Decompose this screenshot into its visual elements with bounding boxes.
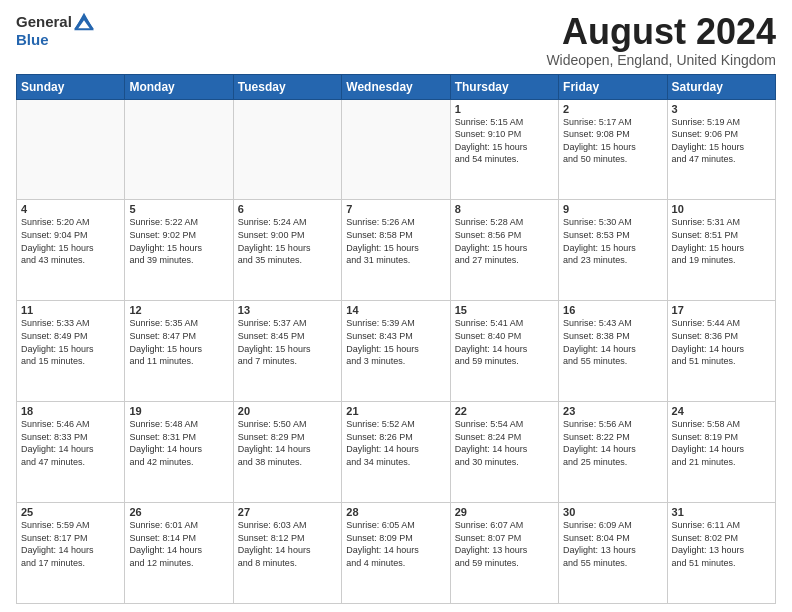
day-info: Sunrise: 5:19 AM Sunset: 9:06 PM Dayligh…	[672, 116, 771, 166]
table-row: 24Sunrise: 5:58 AM Sunset: 8:19 PM Dayli…	[667, 402, 775, 503]
day-number: 23	[563, 405, 662, 417]
day-number: 6	[238, 203, 337, 215]
logo-icon	[74, 12, 94, 32]
day-number: 22	[455, 405, 554, 417]
table-row: 14Sunrise: 5:39 AM Sunset: 8:43 PM Dayli…	[342, 301, 450, 402]
table-row: 26Sunrise: 6:01 AM Sunset: 8:14 PM Dayli…	[125, 503, 233, 604]
day-info: Sunrise: 5:56 AM Sunset: 8:22 PM Dayligh…	[563, 418, 662, 468]
day-info: Sunrise: 5:58 AM Sunset: 8:19 PM Dayligh…	[672, 418, 771, 468]
table-row: 8Sunrise: 5:28 AM Sunset: 8:56 PM Daylig…	[450, 200, 558, 301]
table-row: 16Sunrise: 5:43 AM Sunset: 8:38 PM Dayli…	[559, 301, 667, 402]
day-number: 14	[346, 304, 445, 316]
table-row: 6Sunrise: 5:24 AM Sunset: 9:00 PM Daylig…	[233, 200, 341, 301]
day-info: Sunrise: 5:33 AM Sunset: 8:49 PM Dayligh…	[21, 317, 120, 367]
day-info: Sunrise: 5:20 AM Sunset: 9:04 PM Dayligh…	[21, 216, 120, 266]
table-row: 5Sunrise: 5:22 AM Sunset: 9:02 PM Daylig…	[125, 200, 233, 301]
calendar-week-row: 1Sunrise: 5:15 AM Sunset: 9:10 PM Daylig…	[17, 99, 776, 200]
day-info: Sunrise: 5:24 AM Sunset: 9:00 PM Dayligh…	[238, 216, 337, 266]
calendar-table: Sunday Monday Tuesday Wednesday Thursday…	[16, 74, 776, 604]
table-row: 22Sunrise: 5:54 AM Sunset: 8:24 PM Dayli…	[450, 402, 558, 503]
day-number: 8	[455, 203, 554, 215]
col-tuesday: Tuesday	[233, 74, 341, 99]
day-info: Sunrise: 5:52 AM Sunset: 8:26 PM Dayligh…	[346, 418, 445, 468]
day-info: Sunrise: 5:30 AM Sunset: 8:53 PM Dayligh…	[563, 216, 662, 266]
table-row: 15Sunrise: 5:41 AM Sunset: 8:40 PM Dayli…	[450, 301, 558, 402]
day-info: Sunrise: 5:26 AM Sunset: 8:58 PM Dayligh…	[346, 216, 445, 266]
table-row: 2Sunrise: 5:17 AM Sunset: 9:08 PM Daylig…	[559, 99, 667, 200]
day-info: Sunrise: 5:37 AM Sunset: 8:45 PM Dayligh…	[238, 317, 337, 367]
day-number: 21	[346, 405, 445, 417]
day-number: 30	[563, 506, 662, 518]
day-number: 31	[672, 506, 771, 518]
table-row: 19Sunrise: 5:48 AM Sunset: 8:31 PM Dayli…	[125, 402, 233, 503]
table-row: 13Sunrise: 5:37 AM Sunset: 8:45 PM Dayli…	[233, 301, 341, 402]
table-row: 17Sunrise: 5:44 AM Sunset: 8:36 PM Dayli…	[667, 301, 775, 402]
col-friday: Friday	[559, 74, 667, 99]
day-info: Sunrise: 6:01 AM Sunset: 8:14 PM Dayligh…	[129, 519, 228, 569]
calendar-week-row: 18Sunrise: 5:46 AM Sunset: 8:33 PM Dayli…	[17, 402, 776, 503]
table-row	[233, 99, 341, 200]
table-row: 28Sunrise: 6:05 AM Sunset: 8:09 PM Dayli…	[342, 503, 450, 604]
table-row	[125, 99, 233, 200]
day-info: Sunrise: 6:11 AM Sunset: 8:02 PM Dayligh…	[672, 519, 771, 569]
col-wednesday: Wednesday	[342, 74, 450, 99]
table-row: 21Sunrise: 5:52 AM Sunset: 8:26 PM Dayli…	[342, 402, 450, 503]
day-number: 5	[129, 203, 228, 215]
day-info: Sunrise: 5:35 AM Sunset: 8:47 PM Dayligh…	[129, 317, 228, 367]
day-number: 26	[129, 506, 228, 518]
location-subtitle: Wideopen, England, United Kingdom	[546, 52, 776, 68]
calendar-header-row: Sunday Monday Tuesday Wednesday Thursday…	[17, 74, 776, 99]
day-number: 15	[455, 304, 554, 316]
calendar-week-row: 4Sunrise: 5:20 AM Sunset: 9:04 PM Daylig…	[17, 200, 776, 301]
col-thursday: Thursday	[450, 74, 558, 99]
logo-blue-text: Blue	[16, 32, 94, 49]
day-number: 3	[672, 103, 771, 115]
day-number: 12	[129, 304, 228, 316]
table-row: 31Sunrise: 6:11 AM Sunset: 8:02 PM Dayli…	[667, 503, 775, 604]
table-row: 18Sunrise: 5:46 AM Sunset: 8:33 PM Dayli…	[17, 402, 125, 503]
day-number: 4	[21, 203, 120, 215]
table-row: 11Sunrise: 5:33 AM Sunset: 8:49 PM Dayli…	[17, 301, 125, 402]
day-info: Sunrise: 6:05 AM Sunset: 8:09 PM Dayligh…	[346, 519, 445, 569]
day-number: 11	[21, 304, 120, 316]
day-info: Sunrise: 5:50 AM Sunset: 8:29 PM Dayligh…	[238, 418, 337, 468]
day-info: Sunrise: 6:03 AM Sunset: 8:12 PM Dayligh…	[238, 519, 337, 569]
table-row: 4Sunrise: 5:20 AM Sunset: 9:04 PM Daylig…	[17, 200, 125, 301]
table-row: 12Sunrise: 5:35 AM Sunset: 8:47 PM Dayli…	[125, 301, 233, 402]
day-info: Sunrise: 5:39 AM Sunset: 8:43 PM Dayligh…	[346, 317, 445, 367]
day-number: 25	[21, 506, 120, 518]
table-row: 27Sunrise: 6:03 AM Sunset: 8:12 PM Dayli…	[233, 503, 341, 604]
day-info: Sunrise: 5:46 AM Sunset: 8:33 PM Dayligh…	[21, 418, 120, 468]
day-number: 1	[455, 103, 554, 115]
day-number: 10	[672, 203, 771, 215]
logo: General Blue	[16, 12, 94, 49]
table-row: 30Sunrise: 6:09 AM Sunset: 8:04 PM Dayli…	[559, 503, 667, 604]
day-info: Sunrise: 5:44 AM Sunset: 8:36 PM Dayligh…	[672, 317, 771, 367]
day-number: 20	[238, 405, 337, 417]
col-saturday: Saturday	[667, 74, 775, 99]
day-info: Sunrise: 6:09 AM Sunset: 8:04 PM Dayligh…	[563, 519, 662, 569]
day-number: 24	[672, 405, 771, 417]
table-row: 3Sunrise: 5:19 AM Sunset: 9:06 PM Daylig…	[667, 99, 775, 200]
calendar-week-row: 11Sunrise: 5:33 AM Sunset: 8:49 PM Dayli…	[17, 301, 776, 402]
day-number: 27	[238, 506, 337, 518]
month-year-title: August 2024	[546, 12, 776, 52]
table-row: 1Sunrise: 5:15 AM Sunset: 9:10 PM Daylig…	[450, 99, 558, 200]
day-number: 19	[129, 405, 228, 417]
calendar-week-row: 25Sunrise: 5:59 AM Sunset: 8:17 PM Dayli…	[17, 503, 776, 604]
day-info: Sunrise: 5:54 AM Sunset: 8:24 PM Dayligh…	[455, 418, 554, 468]
day-number: 7	[346, 203, 445, 215]
table-row: 23Sunrise: 5:56 AM Sunset: 8:22 PM Dayli…	[559, 402, 667, 503]
table-row	[342, 99, 450, 200]
table-row: 7Sunrise: 5:26 AM Sunset: 8:58 PM Daylig…	[342, 200, 450, 301]
table-row: 10Sunrise: 5:31 AM Sunset: 8:51 PM Dayli…	[667, 200, 775, 301]
table-row	[17, 99, 125, 200]
day-info: Sunrise: 5:17 AM Sunset: 9:08 PM Dayligh…	[563, 116, 662, 166]
day-number: 17	[672, 304, 771, 316]
col-sunday: Sunday	[17, 74, 125, 99]
table-row: 20Sunrise: 5:50 AM Sunset: 8:29 PM Dayli…	[233, 402, 341, 503]
day-info: Sunrise: 5:31 AM Sunset: 8:51 PM Dayligh…	[672, 216, 771, 266]
header: General Blue August 2024 Wideopen, Engla…	[16, 12, 776, 68]
day-number: 2	[563, 103, 662, 115]
day-number: 18	[21, 405, 120, 417]
